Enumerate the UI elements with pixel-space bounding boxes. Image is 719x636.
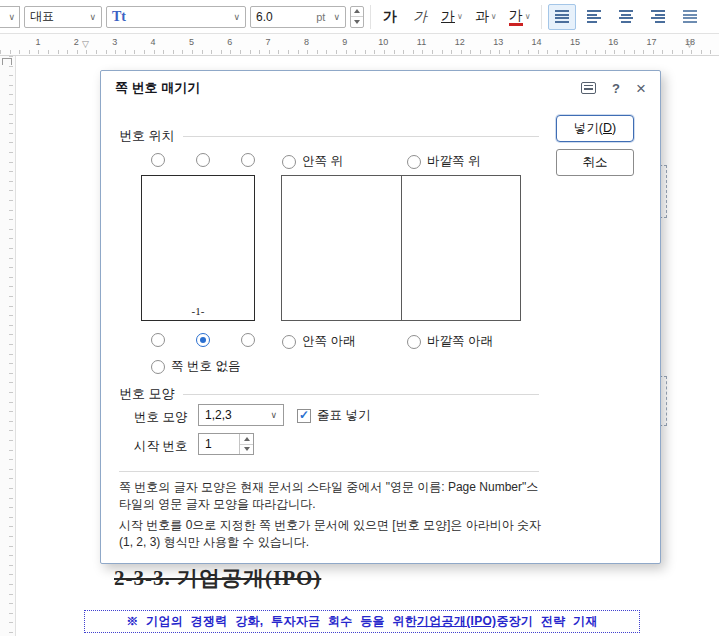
spin-up-icon[interactable]	[351, 7, 363, 18]
number-shape-dropdown[interactable]: 1,2,3 ∨	[198, 404, 284, 426]
description-text-1: 쪽 번호의 글자 모양은 현재 문서의 스타일 중에서 "영문 이름: Page…	[119, 479, 543, 514]
radio-label: 쪽 번호 없음	[171, 358, 240, 375]
align-center-button[interactable]	[612, 4, 640, 30]
radio-label: 안쪽 위	[302, 153, 343, 170]
dialog-titlebar[interactable]: 쪽 번호 매기기 ? ×	[101, 71, 660, 105]
radio-top-center[interactable]	[196, 153, 210, 167]
radio-bottom-center[interactable]	[196, 333, 210, 347]
note-link[interactable]: 기업공개(IPO)	[417, 613, 496, 630]
style-combo[interactable]: 대표 ∨	[24, 6, 102, 28]
indent-marker-icon[interactable]: ▽	[82, 40, 89, 49]
font-size-combo[interactable]: 6.0 pt ∨	[250, 6, 346, 28]
ruler-number: 15	[570, 37, 580, 47]
radio-icon	[282, 335, 296, 349]
toolbar-separator	[541, 5, 542, 29]
font-combo[interactable]: Tt ∨	[106, 6, 246, 28]
right-margin-marker-icon[interactable]: ▽	[686, 40, 693, 49]
insert-button[interactable]: 넣기(D)	[556, 115, 634, 142]
ruler-number: 1	[35, 37, 40, 47]
ruler-number: 2	[74, 37, 79, 47]
ruler-number: 11	[417, 37, 426, 47]
ruler-number: 16	[608, 37, 618, 47]
radio-inside-bottom[interactable]: 안쪽 아래	[282, 333, 355, 350]
spin-down-icon[interactable]	[240, 445, 253, 455]
align-center-icon	[619, 10, 633, 23]
dialog-description-icon[interactable]	[581, 82, 596, 94]
top-margin-marker-icon[interactable]	[2, 58, 12, 65]
radio-icon	[407, 335, 421, 349]
dash-checkbox-label: 줄표 넣기	[317, 407, 370, 424]
ruler-number: 3	[112, 37, 117, 47]
ruler-number: 17	[647, 37, 657, 47]
start-number-stepper[interactable]	[239, 434, 253, 454]
italic-button[interactable]: 가	[407, 4, 433, 30]
vertical-ruler[interactable]	[0, 56, 16, 636]
align-right-button[interactable]	[644, 4, 672, 30]
description-text-2: 시작 번호를 0으로 지정한 쪽 번호가 문서에 있으면 [번호 모양]은 아라…	[119, 517, 543, 552]
ruler-number: 14	[532, 37, 542, 47]
start-number-label: 시작 번호	[134, 438, 187, 455]
ruler-number: 5	[189, 37, 194, 47]
facing-pages-preview	[281, 175, 521, 321]
shape-label: 번호 모양	[134, 409, 187, 426]
ruler-number: 13	[493, 37, 503, 47]
note-text: ※ 기업의 경쟁력 강화, 투자자금 회수 등을 위한	[126, 613, 417, 630]
radio-bottom-left[interactable]	[151, 333, 165, 347]
page-number-dialog: 쪽 번호 매기기 ? × 넣기(D) 취소 번호 위치 안쪽 위	[100, 70, 661, 564]
radio-icon	[196, 333, 210, 347]
radio-icon	[196, 153, 210, 167]
leftmost-combo-partial[interactable]: ∨	[0, 6, 20, 28]
underline-icon: 가	[441, 8, 455, 25]
font-size-stepper[interactable]	[350, 6, 364, 28]
dialog-title-icons: ? ×	[581, 80, 646, 97]
underline-button[interactable]: 가 ∨	[437, 4, 467, 30]
radio-top-right[interactable]	[241, 153, 255, 167]
bold-button[interactable]: 가	[377, 4, 403, 30]
italic-icon: 가	[413, 8, 427, 25]
style-combo-value: 대표	[30, 8, 54, 25]
document-note[interactable]: ※ 기업의 경쟁력 강화, 투자자금 회수 등을 위한 기업공개(IPO) 중장…	[84, 610, 640, 633]
chevron-down-icon[interactable]: ∨	[457, 12, 463, 21]
preview-page-number: -1-	[142, 305, 254, 317]
horizontal-ruler[interactable]: 123456789101112131415161718 ▽ ▽	[0, 34, 719, 56]
chevron-down-icon: ∨	[270, 410, 277, 420]
dash-checkbox[interactable]: ✓ 줄표 넣기	[297, 407, 370, 424]
hwp-window: ∨ 대표 ∨ Tt ∨ 6.0 pt ∨ 가 가 가 ∨	[0, 0, 719, 636]
single-page-preview: -1-	[141, 175, 255, 321]
radio-inside-top[interactable]: 안쪽 위	[282, 153, 343, 170]
ruler-number: 7	[266, 37, 271, 47]
radio-bottom-right[interactable]	[241, 333, 255, 347]
radio-icon	[151, 153, 165, 167]
note-text: 중장기 전략 기재	[496, 613, 597, 630]
radio-outside-top[interactable]: 바깥쪽 위	[407, 153, 480, 170]
align-left-button[interactable]	[580, 4, 608, 30]
chevron-down-icon[interactable]: ∨	[525, 12, 531, 21]
align-right-icon	[651, 10, 665, 23]
ruler-number: 4	[151, 37, 156, 47]
document-area: 2-3-3. 기업공개(IPO) ※ 기업의 경쟁력 강화, 투자자금 회수 등…	[0, 56, 719, 636]
help-icon[interactable]: ?	[612, 81, 620, 96]
cancel-button[interactable]: 취소	[556, 149, 634, 176]
checkbox-icon: ✓	[297, 409, 311, 423]
align-justify-button[interactable]	[548, 4, 576, 30]
dialog-title: 쪽 번호 매기기	[115, 79, 200, 97]
ruler-number: 8	[304, 37, 309, 47]
radio-outside-bottom[interactable]: 바깥쪽 아래	[407, 333, 493, 350]
chevron-down-icon[interactable]: ∨	[491, 12, 497, 21]
char-effect-button[interactable]: 과 ∨	[471, 4, 501, 30]
align-distribute-button[interactable]	[676, 4, 704, 30]
shape-section-header: 번호 모양	[119, 385, 539, 403]
spin-up-icon[interactable]	[240, 434, 253, 445]
radio-no-page-number[interactable]: 쪽 번호 없음	[151, 358, 240, 375]
spin-down-icon[interactable]	[351, 17, 363, 27]
document-heading[interactable]: 2-3-3. 기업공개(IPO)	[114, 564, 321, 592]
font-color-button[interactable]: 가 ∨	[505, 4, 535, 30]
toolbar-separator	[370, 5, 371, 29]
close-icon[interactable]: ×	[636, 80, 646, 97]
radio-label: 바깥쪽 위	[427, 153, 480, 170]
font-color-icon: 가	[509, 7, 523, 27]
chevron-down-icon: ∨	[4, 12, 15, 22]
radio-top-left[interactable]	[151, 153, 165, 167]
start-number-input[interactable]: 1	[198, 433, 254, 455]
radio-label: 안쪽 아래	[302, 333, 355, 350]
